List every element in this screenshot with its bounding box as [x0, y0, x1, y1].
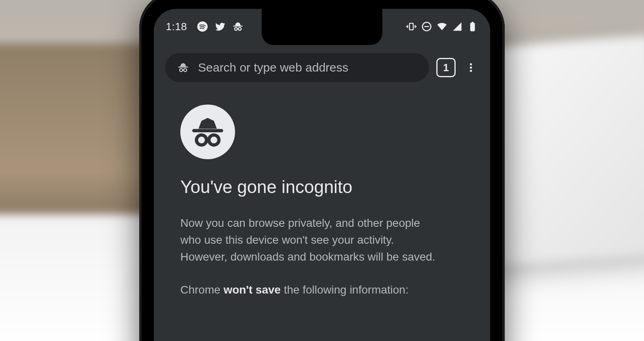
svg-rect-14 — [192, 129, 223, 132]
text-post: the following information: — [281, 283, 409, 296]
phone-frame: 1:18 — [139, 0, 505, 341]
vibrate-icon — [406, 21, 417, 32]
do-not-disturb-icon — [421, 21, 432, 32]
svg-point-15 — [196, 135, 206, 145]
svg-point-16 — [209, 135, 219, 145]
address-bar[interactable]: Search or type web address — [165, 53, 429, 82]
spotify-icon — [197, 21, 208, 32]
browser-toolbar: Search or type web address 1 — [154, 44, 490, 86]
page-intro-text: Now you can browse privately, and other … — [180, 215, 438, 265]
more-vertical-icon — [465, 62, 477, 73]
status-bar-right — [406, 21, 478, 32]
address-bar-placeholder: Search or type web address — [198, 61, 349, 74]
incognito-icon — [232, 21, 244, 32]
svg-point-11 — [470, 63, 472, 65]
text-pre: Chrome — [180, 283, 223, 296]
svg-point-3 — [238, 27, 241, 30]
incognito-icon — [177, 62, 189, 74]
svg-rect-4 — [409, 23, 413, 30]
page-wont-save-text: Chrome won't save the following informat… — [180, 281, 464, 298]
svg-point-12 — [470, 66, 472, 68]
wifi-icon — [436, 21, 448, 32]
incognito-hero-icon — [180, 105, 235, 159]
text-bold: won't save — [223, 283, 281, 296]
svg-point-9 — [180, 69, 183, 72]
svg-point-13 — [470, 70, 472, 72]
tab-count: 1 — [443, 62, 449, 74]
status-bar-left: 1:18 — [166, 21, 244, 33]
svg-point-2 — [234, 27, 237, 30]
display-notch — [262, 9, 382, 45]
incognito-landing: You've gone incognito Now you can browse… — [154, 86, 490, 298]
page-title: You've gone incognito — [180, 177, 464, 197]
svg-rect-8 — [178, 67, 188, 68]
tab-switcher-button[interactable]: 1 — [436, 58, 456, 77]
cell-signal-icon — [452, 21, 463, 32]
svg-point-10 — [184, 69, 187, 72]
svg-rect-7 — [472, 22, 474, 23]
phone-screen: 1:18 — [154, 9, 490, 341]
more-menu-button[interactable] — [463, 58, 479, 77]
battery-icon — [467, 21, 478, 32]
status-clock: 1:18 — [166, 21, 187, 33]
twitter-icon — [215, 21, 226, 32]
svg-rect-6 — [470, 23, 475, 31]
svg-rect-1 — [233, 26, 242, 27]
